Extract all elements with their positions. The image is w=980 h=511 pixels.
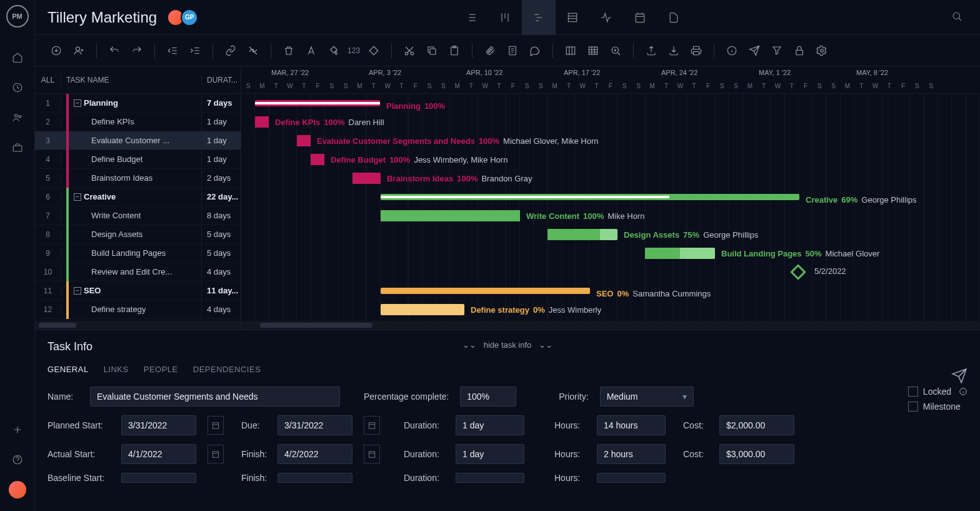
hours-label: Hours: (554, 473, 586, 483)
calendar-icon[interactable] (208, 416, 224, 435)
baseline-start-input[interactable] (121, 473, 196, 483)
pct-input[interactable]: 100% (460, 387, 516, 407)
hide-task-info-button[interactable]: ⌄⌄ hide task info ⌄⌄ (462, 340, 553, 350)
table-row[interactable]: 5 Brainstorm Ideas 2 days (35, 169, 241, 188)
font-icon[interactable] (302, 42, 320, 59)
user-avatar-icon[interactable] (6, 478, 29, 501)
table-row[interactable]: 10 Review and Edit Cre... 4 days (35, 263, 241, 281)
add-user-icon[interactable] (70, 42, 88, 59)
delete-icon[interactable] (280, 42, 298, 59)
help-icon[interactable] (6, 448, 29, 471)
chevron-down-icon: ⌄⌄ (539, 340, 552, 350)
avatar-group[interactable]: GP (167, 9, 198, 26)
col-header-duration[interactable]: DURAT... (202, 76, 241, 84)
tab-dependencies[interactable]: DEPENDENCIES (193, 365, 261, 374)
table-row[interactable]: 8 Design Assets 5 days (35, 225, 241, 244)
priority-select[interactable]: Medium▾ (600, 387, 694, 407)
grid-body: 1 − Planning 7 days 2 Define KPIs 1 day … (35, 94, 241, 321)
send-icon[interactable] (951, 368, 968, 386)
horizontal-scrollbar[interactable] (241, 321, 980, 330)
table-row[interactable]: 4 Define Budget 1 day (35, 150, 241, 169)
calendar-view-icon[interactable] (623, 0, 657, 35)
table-row[interactable]: 1 − Planning 7 days (35, 94, 241, 113)
indent-icon[interactable] (186, 42, 204, 59)
print-icon[interactable] (688, 42, 705, 59)
unlink-icon[interactable] (244, 42, 262, 59)
gantt-chart: MAR, 27 '22APR, 3 '22APR, 10 '22APR, 17 … (241, 66, 980, 330)
calendar-icon[interactable] (208, 445, 224, 463)
diamond-icon[interactable] (365, 42, 382, 59)
table-row[interactable]: 6 − Creative 22 day... (35, 188, 241, 206)
export-icon[interactable] (642, 42, 660, 59)
file-view-icon[interactable] (657, 0, 691, 35)
gantt-view-icon[interactable] (522, 0, 556, 35)
table-row[interactable]: 7 Write Content 8 days (35, 206, 241, 225)
locked-checkbox[interactable] (908, 387, 918, 397)
settings-icon[interactable] (813, 42, 831, 59)
hours-input[interactable]: 14 hours (597, 415, 666, 435)
clock-icon[interactable] (6, 76, 29, 99)
list-view-icon[interactable] (454, 0, 488, 35)
baseline-hours-input[interactable] (597, 473, 666, 483)
tab-people[interactable]: PEOPLE (144, 365, 178, 374)
briefcase-icon[interactable] (6, 136, 29, 159)
due-input[interactable]: 3/31/2022 (278, 415, 352, 435)
tab-links[interactable]: LINKS (104, 365, 129, 374)
columns-icon[interactable] (562, 42, 579, 59)
horizontal-scrollbar[interactable] (35, 321, 241, 330)
info-icon[interactable] (723, 42, 741, 59)
actual-start-input[interactable]: 4/1/2022 (121, 444, 196, 464)
gantt-body[interactable]: Planning100% Define KPIs100%Daren Hill E… (241, 94, 980, 321)
send-icon[interactable] (746, 42, 763, 59)
link-icon[interactable] (222, 42, 239, 59)
zoom-icon[interactable] (607, 42, 624, 59)
duration-input[interactable]: 1 day (456, 415, 524, 435)
calendar-icon[interactable] (364, 416, 380, 435)
activity-view-icon[interactable] (589, 0, 623, 35)
add-icon[interactable] (6, 418, 29, 441)
paste-icon[interactable] (446, 42, 463, 59)
cut-icon[interactable] (401, 42, 418, 59)
hours2-input[interactable]: 2 hours (597, 444, 666, 464)
search-icon[interactable] (946, 6, 968, 29)
planned-start-input[interactable]: 3/31/2022 (121, 415, 196, 435)
table-row[interactable]: 3 Evaluate Customer ... 1 day (35, 131, 241, 150)
cost-input[interactable]: $2,000.00 (719, 415, 794, 435)
note-icon[interactable] (504, 42, 521, 59)
undo-icon[interactable] (106, 42, 123, 59)
col-header-name[interactable]: TASK NAME (61, 76, 202, 84)
copy-icon[interactable] (423, 42, 441, 59)
filter-icon[interactable] (768, 42, 786, 59)
duration2-input[interactable]: 1 day (456, 444, 524, 464)
finish-input[interactable]: 4/2/2022 (278, 444, 352, 464)
color-icon[interactable] (325, 42, 342, 59)
team-icon[interactable] (6, 106, 29, 129)
outdent-icon[interactable] (164, 42, 181, 59)
lock-icon[interactable] (791, 42, 808, 59)
sheet-view-icon[interactable] (556, 0, 589, 35)
add-task-icon[interactable] (48, 42, 65, 59)
redo-icon[interactable] (128, 42, 146, 59)
baseline-duration-input[interactable] (456, 473, 524, 483)
avatar[interactable]: GP (181, 9, 198, 26)
calendar-icon[interactable] (364, 445, 380, 463)
table-row[interactable]: 11 − SEO 11 day... (35, 281, 241, 300)
col-header-all[interactable]: ALL (35, 76, 61, 84)
table-row[interactable]: 2 Define KPIs 1 day (35, 113, 241, 131)
table-row[interactable]: 12 Define strategy 4 days (35, 300, 241, 319)
board-view-icon[interactable] (488, 0, 522, 35)
table-row[interactable]: 9 Build Landing Pages 5 days (35, 244, 241, 263)
app-logo[interactable]: PM (6, 5, 29, 28)
comment-icon[interactable] (526, 42, 544, 59)
chevron-down-icon: ⌄⌄ (462, 340, 476, 350)
task-grid: ALL TASK NAME DURAT... 1 − Planning 7 da… (35, 66, 241, 330)
milestone-checkbox[interactable] (908, 402, 918, 412)
tab-general[interactable]: GENERAL (48, 365, 89, 374)
baseline-finish-input[interactable] (278, 473, 352, 483)
cost2-input[interactable]: $3,000.00 (719, 444, 794, 464)
name-input[interactable]: Evaluate Customer Segments and Needs (90, 387, 340, 407)
import-icon[interactable] (665, 42, 682, 59)
home-icon[interactable] (6, 46, 29, 69)
grid-icon[interactable] (584, 42, 602, 59)
attachment-icon[interactable] (481, 42, 499, 59)
